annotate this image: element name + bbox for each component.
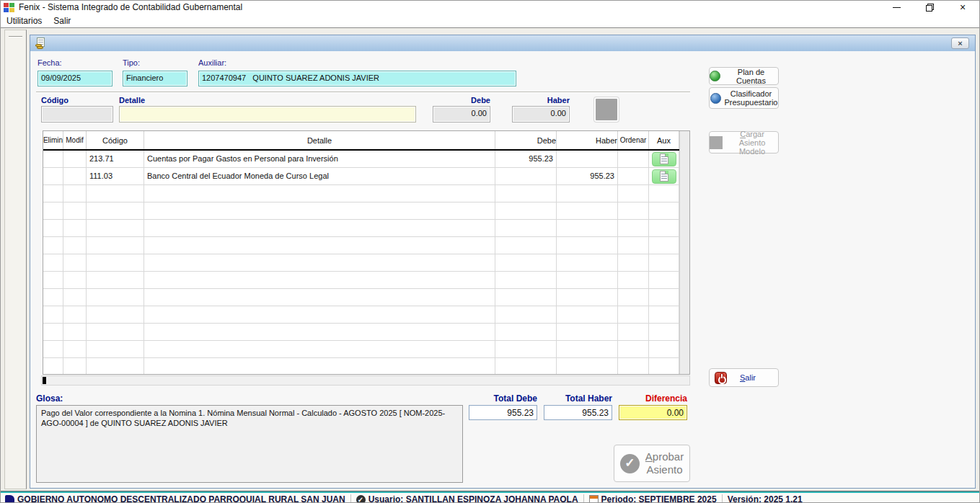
table-row (43, 341, 679, 358)
debe-input[interactable]: 0.00 (433, 106, 490, 123)
cell-detalle[interactable]: Cuentas por Pagar Gastos en Personal par… (144, 151, 495, 167)
cell-aux[interactable] (649, 168, 679, 184)
cell-debe (495, 341, 557, 357)
table-row[interactable]: 111.03Banco Central del Ecuador Moneda d… (43, 168, 679, 185)
cell-codigo[interactable]: 213.71 (87, 151, 144, 167)
cell-haber (557, 289, 618, 306)
cell-ordenar[interactable] (618, 168, 649, 184)
minimize-button[interactable] (880, 1, 913, 14)
cell-detalle (144, 272, 495, 288)
cell-modif[interactable] (63, 168, 87, 184)
cell-elimin (43, 358, 63, 375)
cell-aux (649, 220, 679, 236)
table-row (43, 237, 679, 254)
table-row[interactable]: 213.71Cuentas por Pagar Gastos en Person… (43, 151, 679, 168)
plan-de-cuentas-button[interactable]: Plan de Cuentas (709, 67, 779, 85)
clasificador-presupuestario-button[interactable]: ClasificadorPresupuestario (709, 87, 779, 109)
auxiliar-field[interactable]: 1207470947 QUINTO SUAREZ ADONIS JAVIER (198, 71, 516, 86)
cell-debe (495, 202, 557, 219)
add-entry-button[interactable] (594, 97, 619, 122)
title-bar: Fenix - Sistema Integrado de Contabilida… (1, 1, 979, 14)
child-close-button[interactable]: × (951, 37, 969, 49)
cargar-asiento-label: Cargar AsientoModelo (726, 130, 778, 156)
cell-modif (63, 202, 87, 219)
cell-elimin (43, 202, 63, 219)
cargar-asiento-modelo-button[interactable]: Cargar AsientoModelo (709, 131, 779, 153)
salir-button[interactable]: Salir (709, 368, 779, 387)
hscrollbar-thumb[interactable] (43, 377, 46, 384)
total-haber-label: Total Haber (544, 393, 612, 404)
table-row (43, 358, 679, 375)
diferencia-field: 0.00 (619, 405, 687, 420)
cell-aux (649, 202, 679, 219)
col-detalle: Detalle (144, 131, 495, 149)
cell-codigo (87, 185, 144, 202)
aprobar-asiento-label: AprobarAsiento (645, 450, 684, 476)
cell-detalle (144, 185, 495, 202)
cell-haber[interactable] (557, 151, 618, 167)
cell-detalle (144, 341, 495, 357)
col-debe: Debe (495, 131, 557, 149)
cell-codigo[interactable]: 111.03 (87, 168, 144, 184)
panel-grip[interactable] (9, 36, 22, 37)
window-title: Fenix - Sistema Integrado de Contabilida… (19, 2, 242, 12)
cell-ordenar (618, 185, 649, 202)
cell-modif[interactable] (63, 151, 87, 167)
tipo-field[interactable]: Financiero (123, 71, 187, 86)
cell-debe[interactable] (495, 168, 557, 184)
restore-button[interactable] (913, 1, 946, 14)
cell-aux[interactable] (649, 151, 679, 167)
child-body: Fecha: 09/09/2025 Tipo: Financiero Auxil… (30, 51, 975, 488)
cell-elimin (43, 341, 63, 357)
calendar-icon (589, 495, 599, 503)
codigo-input[interactable] (41, 106, 113, 123)
aux-document-button[interactable] (652, 169, 676, 184)
cell-detalle[interactable]: Banco Central del Ecuador Moneda de Curs… (144, 168, 495, 184)
app-icon (3, 3, 14, 13)
cell-codigo (87, 220, 144, 236)
col-codigo: Código (87, 131, 144, 149)
statusbar-usuario: Usuario: SANTILLAN ESPINOZA JOHANNA PAOL… (356, 494, 578, 503)
cell-codigo (87, 202, 144, 219)
table-row (43, 306, 679, 324)
power-icon (715, 372, 727, 384)
status-bar: GOBIERNO AUTONOMO DESCENTRALIZADO PARROQ… (1, 491, 979, 503)
salir-label: Salir (740, 373, 756, 382)
cell-elimin (43, 220, 63, 236)
table-row (43, 220, 679, 237)
cell-haber[interactable]: 955.23 (557, 168, 618, 184)
glosa-textarea[interactable]: Pago del Valor correspondiente a la Nomi… (36, 405, 463, 483)
cell-elimin (43, 254, 63, 271)
cell-elimin (43, 237, 63, 254)
cell-elimin[interactable] (43, 168, 63, 184)
cell-ordenar (618, 324, 649, 340)
cell-ordenar[interactable] (618, 151, 649, 167)
cell-detalle (144, 220, 495, 236)
mdi-workspace: × Fecha: 09/09/2025 Tipo: Financiero Aux… (1, 27, 979, 491)
aux-document-button[interactable] (652, 152, 676, 166)
grid-vertical-scrollbar[interactable] (679, 131, 689, 374)
cell-elimin[interactable] (43, 151, 63, 167)
aprobar-asiento-button[interactable]: ✓ AprobarAsiento (614, 445, 690, 482)
cell-debe (495, 220, 557, 236)
haber-input[interactable]: 0.00 (512, 106, 570, 123)
fecha-field[interactable]: 09/09/2025 (37, 71, 112, 86)
close-button[interactable]: × (946, 1, 979, 14)
cell-detalle (144, 237, 495, 254)
total-haber-field: 955.23 (544, 405, 612, 420)
cell-codigo (87, 237, 144, 254)
cell-haber (557, 324, 618, 340)
detalle-input[interactable] (119, 106, 416, 123)
cell-aux (649, 341, 679, 357)
cell-aux (649, 324, 679, 340)
document-coins-icon (35, 37, 47, 49)
cell-detalle (144, 254, 495, 271)
menu-utilitarios[interactable]: Utilitarios (1, 14, 48, 27)
statusbar-version: Versión: 2025 1.21 (728, 494, 803, 503)
cell-modif (63, 254, 87, 271)
cell-debe[interactable]: 955.23 (495, 151, 557, 167)
menu-salir[interactable]: Salir (48, 14, 76, 27)
cell-detalle (144, 202, 495, 219)
grid-horizontal-scrollbar[interactable] (41, 375, 690, 386)
haber-label: Haber (512, 96, 570, 104)
